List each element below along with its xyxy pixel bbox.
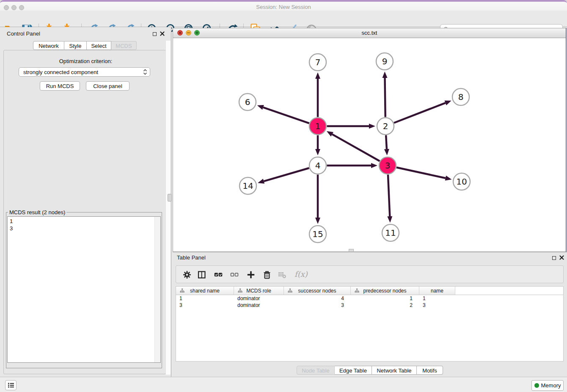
edge-arrowhead-1-4 <box>315 149 320 155</box>
edge-1-6[interactable] <box>263 108 309 123</box>
tab-style[interactable]: Style <box>64 41 87 50</box>
edge-arrowhead-1-6 <box>257 105 264 110</box>
criterion-dropdown[interactable]: strongly connected component <box>19 67 150 77</box>
float-panel-icon[interactable] <box>151 31 157 37</box>
delete-table-icon <box>277 270 287 279</box>
mcds-result-title: MCDS result (2 nodes) <box>8 209 66 215</box>
edge-2-9[interactable] <box>385 78 385 117</box>
column-header-name[interactable]: name <box>419 287 455 295</box>
table-panel-tabs: Node Table Edge Table Network Table Moti… <box>173 366 567 375</box>
edge-4-14[interactable] <box>264 168 309 181</box>
header-filler <box>455 287 563 295</box>
edge-arrowhead-2-8 <box>444 101 451 105</box>
edge-3-1[interactable] <box>332 134 380 161</box>
node-label-8: 8 <box>458 92 464 102</box>
float-table-panel-icon[interactable] <box>551 255 557 261</box>
table-panel-title: Table Panel <box>177 254 206 261</box>
close-panel-button[interactable]: Close panel <box>86 81 129 91</box>
tab-motifs[interactable]: Motifs <box>417 366 443 375</box>
delete-rows-icon[interactable] <box>262 270 272 279</box>
edge-arrowhead-3-11 <box>387 216 392 223</box>
toggle-columns-icon[interactable] <box>197 270 207 279</box>
memory-button[interactable]: Memory <box>531 380 564 391</box>
cell-mcds-role[interactable]: dominator <box>234 295 284 302</box>
unselect-all-rows-icon[interactable] <box>229 270 239 279</box>
edge-arrowhead-3-10 <box>445 176 452 181</box>
table-header-row: shared name MCDS role successor nodes pr… <box>176 287 563 295</box>
node-label-4: 4 <box>315 160 321 171</box>
column-header-mcds-role[interactable]: MCDS role <box>234 287 284 295</box>
edge-arrowhead-2-9 <box>383 72 388 78</box>
mcds-result-group: MCDS result (2 nodes) 1 3 <box>6 209 162 368</box>
criterion-value: strongly connected component <box>19 69 143 75</box>
cell-shared-name[interactable]: 3 <box>176 302 234 309</box>
memory-label: Memory <box>541 382 561 389</box>
panel-split-handle[interactable] <box>168 194 172 202</box>
table-row[interactable]: 1 dominator 4 1 1 <box>176 295 563 302</box>
control-panel-scrollbar-track[interactable] <box>165 41 171 375</box>
edge-2-8[interactable] <box>394 103 446 123</box>
tab-node-table[interactable]: Node Table <box>297 366 335 375</box>
panel-split-divider[interactable] <box>171 27 171 377</box>
table-panel: Table Panel <box>173 252 567 377</box>
close-panel-icon[interactable] <box>159 31 165 37</box>
node-table: shared name MCDS role successor nodes pr… <box>176 286 564 362</box>
edge-arrowhead-1-2 <box>369 124 375 129</box>
node-label-2: 2 <box>383 121 388 131</box>
run-mcds-button[interactable]: Run MCDS <box>40 81 80 91</box>
cell-name[interactable]: 3 <box>419 302 455 309</box>
edge-arrowhead-4-15 <box>315 218 320 224</box>
horizontal-split-handle[interactable] <box>349 249 354 252</box>
control-panel-tabs: Network Style Select MCDS <box>33 41 137 50</box>
task-history-icon[interactable] <box>5 380 17 390</box>
edge-arrowhead-4-14 <box>258 179 264 184</box>
node-label-3: 3 <box>385 160 391 171</box>
node-label-6: 6 <box>245 97 250 107</box>
cell-mcds-role[interactable]: dominator <box>234 302 284 309</box>
window-titlebar: Session: New Session <box>0 0 567 11</box>
network-canvas[interactable]: 7968124314101511 <box>173 38 566 251</box>
cell-name[interactable]: 1 <box>419 295 455 302</box>
main-toolbar <box>0 11 567 27</box>
tab-network[interactable]: Network <box>33 41 64 50</box>
tab-network-table[interactable]: Network Table <box>372 366 417 375</box>
tab-mcds[interactable]: MCDS <box>111 41 137 50</box>
edge-2-3[interactable] <box>386 135 387 149</box>
node-label-15: 15 <box>312 229 323 239</box>
cell-successor-nodes[interactable]: 4 <box>284 295 351 302</box>
column-header-successor-nodes[interactable]: successor nodes <box>284 287 351 295</box>
memory-status-dot <box>534 383 539 388</box>
edge-arrowhead-1-7 <box>315 72 320 79</box>
chevron-up-down-icon <box>143 69 147 75</box>
tab-edge-table[interactable]: Edge Table <box>335 366 372 375</box>
result-line: 3 <box>10 225 158 232</box>
table-row[interactable]: 3 dominator 3 2 3 <box>176 302 563 309</box>
network-window-title: scc.txt <box>173 30 566 36</box>
application-window: Session: New Session <box>0 0 567 392</box>
cell-shared-name[interactable]: 1 <box>176 295 234 302</box>
edge-3-11[interactable] <box>388 174 390 216</box>
select-all-rows-icon[interactable] <box>213 270 223 279</box>
result-scrollbar-track[interactable] <box>154 217 160 362</box>
close-table-panel-icon[interactable] <box>559 255 564 261</box>
column-header-shared-name[interactable]: shared name <box>176 287 234 295</box>
edge-3-10[interactable] <box>396 168 446 178</box>
edge-arrowhead-2-3 <box>384 149 389 155</box>
node-label-11: 11 <box>385 228 396 238</box>
node-label-14: 14 <box>242 181 253 191</box>
cell-predecessor-nodes[interactable]: 1 <box>351 295 419 302</box>
table-settings-icon[interactable] <box>182 270 192 279</box>
network-window-titlebar: scc.txt <box>173 28 566 38</box>
cell-successor-nodes[interactable]: 3 <box>284 302 351 309</box>
hierarchy-icon <box>238 288 242 293</box>
tab-select[interactable]: Select <box>87 41 111 50</box>
cell-predecessor-nodes[interactable]: 2 <box>351 302 419 309</box>
window-title: Session: New Session <box>0 4 567 10</box>
add-row-icon[interactable] <box>246 270 256 279</box>
column-header-predecessor-nodes[interactable]: predecessor nodes <box>351 287 419 295</box>
mcds-result-textarea[interactable]: 1 3 <box>7 216 161 363</box>
status-bar: Memory <box>0 377 567 392</box>
node-label-7: 7 <box>315 57 321 67</box>
edge-arrowhead-4-3 <box>371 163 377 168</box>
apply-function-icon: f(x) <box>292 269 310 279</box>
